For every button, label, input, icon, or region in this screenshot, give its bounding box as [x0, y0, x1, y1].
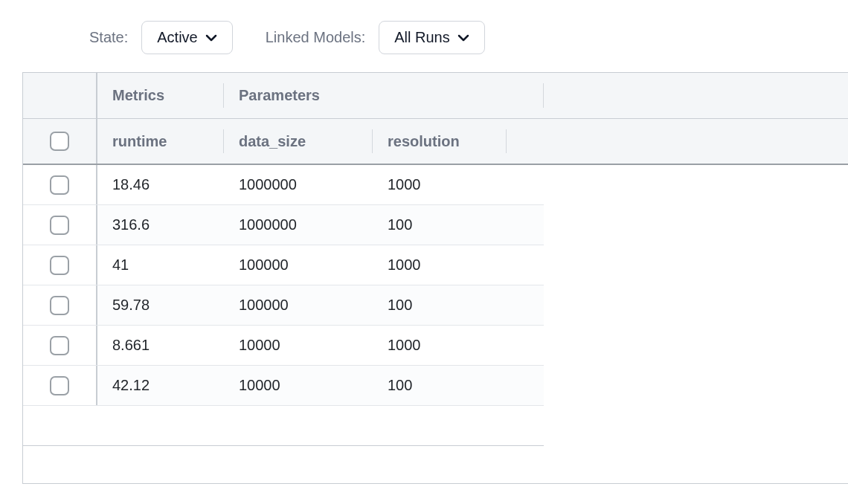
row-checkbox[interactable] [50, 336, 69, 355]
row-checkbox-cell [23, 285, 97, 325]
cell-data-size: 100000 [224, 245, 373, 285]
column-header-spacer [507, 119, 848, 164]
state-filter-label: State: [89, 29, 128, 46]
table-blank-row [23, 406, 544, 446]
cell-resolution: 100 [373, 205, 507, 245]
cell-data-size: 10000 [224, 326, 373, 365]
filter-bar: State: Active Linked Models: All Runs [0, 0, 848, 72]
row-checkbox[interactable] [50, 376, 69, 395]
column-group-parameters: Parameters [224, 73, 544, 118]
table-row[interactable]: 316.61000000100 [23, 205, 544, 245]
row-checkbox-cell [23, 165, 97, 204]
state-dropdown[interactable]: Active [141, 21, 232, 54]
linked-models-dropdown[interactable]: All Runs [379, 21, 484, 54]
row-checkbox-cell [23, 326, 97, 365]
table-row[interactable]: 59.78100000100 [23, 285, 544, 326]
cell-runtime: 41 [97, 245, 224, 285]
row-checkbox[interactable] [50, 175, 69, 195]
chevron-down-icon [205, 32, 217, 44]
cell-runtime: 316.6 [97, 205, 224, 245]
column-group-header: Metrics Parameters [23, 73, 848, 119]
select-all-placeholder [23, 73, 97, 118]
linked-models-filter-label: Linked Models: [266, 29, 366, 46]
table-row[interactable]: 42.1210000100 [23, 366, 544, 406]
select-all-checkbox[interactable] [50, 132, 69, 151]
column-header-resolution[interactable]: resolution [373, 119, 507, 164]
column-header-runtime[interactable]: runtime [97, 119, 224, 164]
cell-resolution: 100 [373, 285, 507, 325]
column-header-row: runtime data_size resolution [23, 119, 848, 165]
cell-resolution: 1000 [373, 245, 507, 285]
cell-resolution: 100 [373, 366, 507, 405]
row-checkbox[interactable] [50, 296, 69, 315]
select-all-cell [23, 119, 97, 164]
table-body: 18.4610000001000316.61000000100411000001… [23, 165, 544, 406]
row-checkbox-cell [23, 205, 97, 245]
cell-data-size: 100000 [224, 285, 373, 325]
table-row[interactable]: 18.4610000001000 [23, 165, 544, 205]
column-header-data-size[interactable]: data_size [224, 119, 373, 164]
cell-runtime: 42.12 [97, 366, 224, 405]
state-dropdown-value: Active [157, 29, 197, 46]
row-checkbox-cell [23, 245, 97, 285]
cell-data-size: 1000000 [224, 205, 373, 245]
linked-models-dropdown-value: All Runs [394, 29, 449, 46]
column-group-metrics: Metrics [97, 73, 224, 118]
cell-runtime: 8.661 [97, 326, 224, 365]
row-checkbox-cell [23, 366, 97, 405]
column-group-spacer [544, 73, 848, 118]
row-checkbox[interactable] [50, 216, 69, 235]
row-checkbox[interactable] [50, 256, 69, 275]
cell-runtime: 18.46 [97, 165, 224, 204]
cell-resolution: 1000 [373, 326, 507, 365]
table-row[interactable]: 411000001000 [23, 245, 544, 285]
cell-resolution: 1000 [373, 165, 507, 204]
cell-data-size: 1000000 [224, 165, 373, 204]
table-row[interactable]: 8.661100001000 [23, 326, 544, 366]
table-footer-spacer [23, 446, 848, 483]
cell-runtime: 59.78 [97, 285, 224, 325]
chevron-down-icon [457, 32, 469, 44]
runs-table: Metrics Parameters runtime data_size res… [22, 72, 848, 484]
cell-data-size: 10000 [224, 366, 373, 405]
